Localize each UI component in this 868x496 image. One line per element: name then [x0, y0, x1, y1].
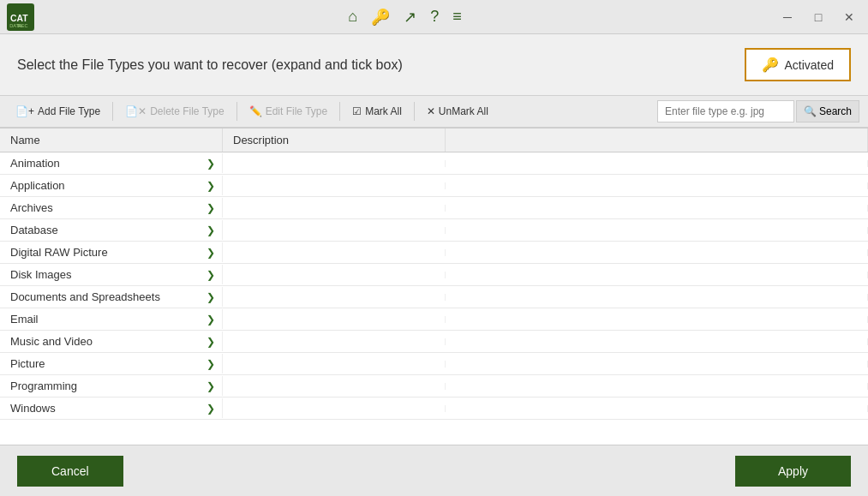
row-description-cell: [223, 205, 446, 212]
row-name: Disk Images: [10, 268, 72, 281]
expand-icon[interactable]: ❯: [207, 247, 215, 259]
search-icon: 🔍: [804, 105, 817, 117]
table-row[interactable]: Email ❯: [0, 308, 868, 331]
expand-icon[interactable]: ❯: [207, 224, 215, 236]
table-row[interactable]: Disk Images ❯: [0, 264, 868, 286]
help-icon[interactable]: ?: [430, 8, 439, 26]
toolbar-separator-3: [339, 102, 340, 121]
titlebar: CAT DATA REC ⌂ 🔑 ↗ ? ≡ ─ □ ✕: [0, 0, 868, 34]
row-extra-cell: [446, 316, 868, 323]
home-icon[interactable]: ⌂: [348, 8, 357, 26]
expand-icon[interactable]: ❯: [207, 358, 215, 370]
table-row[interactable]: Archives ❯: [0, 197, 868, 219]
row-name: Music and Video: [10, 335, 93, 348]
check-icon: ☑: [352, 105, 362, 117]
row-name: Documents and Spreadsheets: [10, 290, 160, 303]
search-button[interactable]: 🔍 Search: [796, 100, 859, 123]
delete-icon: 📄✕: [125, 105, 147, 117]
row-name: Database: [10, 224, 58, 236]
column-header-name: Name: [0, 128, 223, 152]
row-name-cell: Archives ❯: [0, 198, 223, 218]
svg-text:REC: REC: [18, 23, 28, 28]
table-row[interactable]: Animation ❯: [0, 152, 868, 175]
row-description-cell: [223, 227, 446, 234]
row-name-cell: Animation ❯: [0, 153, 223, 173]
expand-icon[interactable]: ❯: [207, 180, 215, 192]
expand-icon[interactable]: ❯: [207, 403, 215, 415]
table-header: Name Description: [0, 128, 868, 152]
maximize-button[interactable]: □: [806, 5, 830, 29]
row-description-cell: [223, 405, 446, 412]
delete-file-type-button[interactable]: 📄✕ Delete File Type: [118, 102, 231, 121]
row-description-cell: [223, 361, 446, 368]
row-name-cell: Programming ❯: [0, 376, 223, 396]
row-name-cell: Digital RAW Picture ❯: [0, 242, 223, 262]
row-extra-cell: [446, 294, 868, 301]
key-badge-icon: 🔑: [762, 57, 779, 73]
expand-icon[interactable]: ❯: [207, 380, 215, 392]
row-description-cell: [223, 160, 446, 167]
page-title: Select the File Types you want to recove…: [17, 57, 403, 73]
toolbar-separator-2: [236, 102, 237, 121]
row-description-cell: [223, 338, 446, 345]
table-rows: Animation ❯ Application ❯ Archives ❯ Dat…: [0, 152, 868, 420]
close-button[interactable]: ✕: [837, 5, 861, 29]
edit-file-type-button[interactable]: ✏️ Edit File Type: [242, 102, 334, 121]
uncheck-icon: ✕: [427, 105, 435, 117]
svg-text:CAT: CAT: [10, 13, 28, 22]
main-window: Select the File Types you want to recove…: [0, 34, 868, 496]
edit-icon: ✏️: [249, 105, 262, 117]
row-name: Application: [10, 179, 65, 192]
expand-icon[interactable]: ❯: [207, 269, 215, 281]
row-name: Picture: [10, 357, 45, 370]
expand-icon[interactable]: ❯: [207, 314, 215, 326]
mark-all-button[interactable]: ☑ Mark All: [345, 102, 409, 121]
column-header-description: Description: [223, 128, 446, 152]
table-row[interactable]: Application ❯: [0, 175, 868, 197]
row-name-cell: Picture ❯: [0, 354, 223, 373]
table-row[interactable]: Windows ❯: [0, 397, 868, 420]
row-name-cell: Disk Images ❯: [0, 265, 223, 284]
row-extra-cell: [446, 405, 868, 412]
toolbar: 📄+ Add File Type 📄✕ Delete File Type ✏️ …: [0, 95, 868, 128]
toolbar-separator-1: [112, 102, 113, 121]
row-description-cell: [223, 383, 446, 390]
activated-button[interactable]: 🔑 Activated: [745, 48, 851, 81]
row-name-cell: Music and Video ❯: [0, 332, 223, 351]
row-name: Digital RAW Picture: [10, 246, 108, 259]
table-row[interactable]: Picture ❯: [0, 353, 868, 375]
titlebar-controls: ─ □ ✕: [775, 5, 861, 29]
key-icon[interactable]: 🔑: [371, 8, 390, 27]
titlebar-icons: ⌂ 🔑 ↗ ? ≡: [348, 8, 461, 27]
external-link-icon[interactable]: ↗: [404, 8, 416, 27]
unmark-all-button[interactable]: ✕ UnMark All: [420, 102, 495, 121]
expand-icon[interactable]: ❯: [207, 291, 215, 303]
row-description-cell: [223, 316, 446, 323]
cancel-button[interactable]: Cancel: [17, 456, 123, 487]
apply-button[interactable]: Apply: [735, 456, 851, 487]
row-description-cell: [223, 272, 446, 278]
search-input[interactable]: [657, 100, 794, 123]
expand-icon[interactable]: ❯: [207, 202, 215, 214]
file-types-table[interactable]: Name Description Animation ❯ Application…: [0, 128, 868, 445]
row-name-cell: Windows ❯: [0, 398, 223, 418]
table-row[interactable]: Programming ❯: [0, 375, 868, 397]
expand-icon[interactable]: ❯: [207, 336, 215, 348]
menu-icon[interactable]: ≡: [452, 8, 462, 26]
table-row[interactable]: Digital RAW Picture ❯: [0, 242, 868, 264]
row-description-cell: [223, 294, 446, 301]
table-row[interactable]: Music and Video ❯: [0, 331, 868, 353]
app-logo: CAT DATA REC: [7, 3, 34, 31]
table-row[interactable]: Database ❯: [0, 219, 868, 242]
table-row[interactable]: Documents and Spreadsheets ❯: [0, 286, 868, 308]
row-extra-cell: [446, 249, 868, 256]
row-name: Animation: [10, 157, 60, 170]
expand-icon[interactable]: ❯: [207, 158, 215, 170]
row-name-cell: Email ❯: [0, 309, 223, 329]
toolbar-separator-4: [414, 102, 415, 121]
minimize-button[interactable]: ─: [775, 5, 799, 29]
add-file-type-button[interactable]: 📄+ Add File Type: [9, 102, 107, 121]
row-extra-cell: [446, 338, 868, 345]
titlebar-left: CAT DATA REC: [7, 3, 34, 31]
row-extra-cell: [446, 227, 868, 234]
